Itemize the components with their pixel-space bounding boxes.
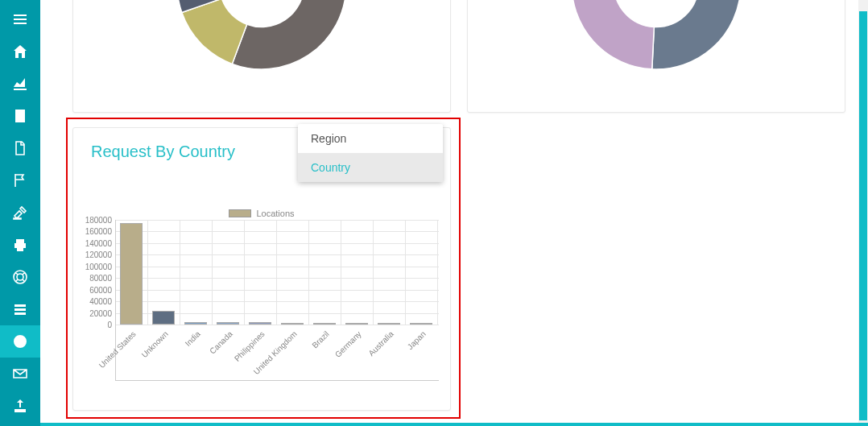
main-area: Request By Country Locations 02000040000… — [40, 0, 858, 423]
x-tick-label: Philippines — [233, 329, 267, 363]
bottom-accent-bar — [40, 423, 868, 426]
y-tick-label: 80000 — [89, 274, 112, 283]
vertical-scrollbar[interactable] — [858, 0, 868, 423]
area-chart-icon — [12, 76, 28, 92]
sidebar-item-envelope[interactable] — [0, 358, 40, 390]
file-icon — [12, 140, 28, 156]
flag-icon — [12, 172, 28, 188]
y-tick-label: 160000 — [85, 227, 112, 236]
y-tick-label: 100000 — [85, 262, 112, 271]
donut-chart-right — [535, 0, 777, 105]
sidebar-item-area-chart[interactable] — [0, 68, 40, 100]
y-tick-label: 180000 — [85, 216, 112, 225]
bar-chart: Locations 020000400006000080000100000120… — [80, 209, 444, 397]
sidebar-item-gavel[interactable] — [0, 196, 40, 229]
y-tick-label: 20000 — [89, 308, 112, 317]
x-axis-labels: United StatesUnknownIndiaCanadaPhilippin… — [115, 325, 439, 373]
sidebar — [0, 0, 40, 426]
y-tick-label: 60000 — [89, 285, 112, 294]
sidebar-item-file[interactable] — [0, 132, 40, 164]
menu-icon — [12, 11, 28, 27]
dropdown-item-region[interactable]: Region — [298, 124, 443, 153]
sidebar-item-upload[interactable] — [0, 390, 40, 422]
view-dropdown[interactable]: RegionCountry — [298, 124, 443, 182]
chart-legend: Locations — [80, 209, 444, 218]
dropdown-item-country[interactable]: Country — [298, 153, 443, 182]
building-icon — [12, 108, 28, 124]
sidebar-item-flag[interactable] — [0, 164, 40, 196]
x-tick-label: Canada — [208, 329, 234, 356]
y-tick-label: 140000 — [85, 238, 112, 247]
plot-area: 0200004000060000800001000001200001400001… — [115, 220, 439, 381]
envelope-icon — [12, 366, 28, 382]
sidebar-item-menu[interactable] — [0, 3, 40, 35]
sidebar-item-building[interactable] — [0, 100, 40, 132]
donut-card-left — [72, 0, 451, 113]
print-icon — [12, 237, 28, 253]
gavel-icon — [12, 205, 28, 221]
legend-swatch — [229, 209, 251, 217]
x-tick-label: India — [184, 329, 202, 348]
home-icon — [12, 43, 28, 60]
sidebar-item-home[interactable] — [0, 35, 40, 68]
donut-card-right — [467, 0, 845, 113]
x-tick-label: Brazil — [310, 329, 330, 349]
sidebar-item-list[interactable] — [0, 293, 40, 325]
upload-icon — [12, 398, 28, 414]
donut-chart-left — [141, 0, 382, 105]
x-tick-label: Germany — [333, 329, 363, 359]
target-icon — [12, 333, 28, 349]
x-tick-label: Unknown — [140, 329, 170, 359]
scrollbar-thumb[interactable] — [859, 11, 867, 420]
sidebar-item-life-ring[interactable] — [0, 261, 40, 293]
y-tick-label: 0 — [107, 321, 112, 329]
y-tick-label: 40000 — [89, 297, 112, 306]
sidebar-item-print[interactable] — [0, 229, 40, 261]
x-tick-label: Japan — [406, 329, 428, 351]
x-tick-label: Australia — [366, 329, 395, 358]
y-tick-label: 120000 — [85, 250, 112, 259]
legend-label: Locations — [256, 209, 294, 218]
sidebar-item-target[interactable] — [0, 325, 40, 358]
life-ring-icon — [12, 269, 28, 285]
list-icon — [12, 301, 28, 317]
